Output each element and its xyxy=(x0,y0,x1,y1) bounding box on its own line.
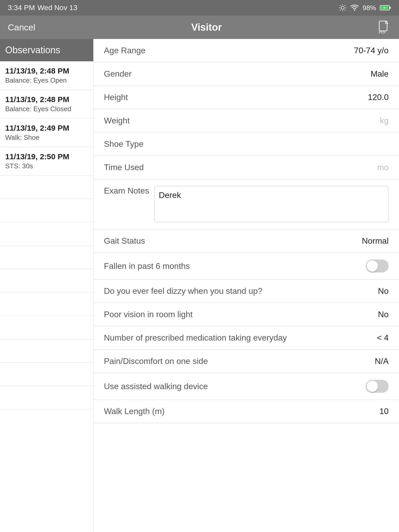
poor-vision-value: No xyxy=(378,310,389,319)
svg-point-9 xyxy=(354,10,355,11)
left-panel: Observations 11/13/19, 2:48 PM Balance: … xyxy=(0,39,94,532)
right-panel: Age Range 70-74 y/o Gender Male Height 1… xyxy=(94,39,399,532)
battery-icon xyxy=(380,5,391,11)
form-row-assisted-walking: Use assisted walking device xyxy=(94,373,399,400)
empty-row-7 xyxy=(0,316,93,339)
dizzy-label: Do you ever feel dizzy when you stand up… xyxy=(104,286,262,296)
age-range-label: Age Range xyxy=(104,46,145,55)
observations-header: Observations xyxy=(0,39,93,61)
form-row-gender: Gender Male xyxy=(94,62,399,86)
svg-line-8 xyxy=(340,10,341,11)
fallen-toggle[interactable] xyxy=(366,260,389,272)
meds-value: < 4 xyxy=(377,333,389,343)
obs-date-1: 11/13/19, 2:48 PM xyxy=(5,95,88,104)
height-label: Height xyxy=(104,92,128,102)
svg-line-5 xyxy=(340,5,341,6)
form-row-gait-status: Gait Status Normal xyxy=(94,229,399,253)
obs-date-0: 11/13/19, 2:48 PM xyxy=(5,66,88,75)
svg-line-6 xyxy=(345,10,345,11)
shoe-type-label: Shoe Type xyxy=(104,139,143,149)
sun-icon xyxy=(339,4,347,12)
pdf-button[interactable]: PDF xyxy=(378,21,391,34)
empty-row-9 xyxy=(0,363,93,386)
form-row-time-used[interactable]: Time Used mo xyxy=(94,156,399,179)
weight-label: Weight xyxy=(104,116,130,125)
empty-row-1 xyxy=(0,176,93,199)
gait-status-value: Normal xyxy=(362,236,389,246)
status-date: Wed Nov 13 xyxy=(37,4,77,12)
status-bar-left: 3:34 PM Wed Nov 13 xyxy=(8,4,77,12)
gender-value: Male xyxy=(371,69,389,79)
obs-label-0: Balance: Eyes Open xyxy=(5,76,88,84)
form-row-fallen: Fallen in past 6 months xyxy=(94,253,399,280)
status-time: 3:34 PM xyxy=(8,4,35,12)
form-row-shoe-type[interactable]: Shoe Type xyxy=(94,132,399,156)
form-row-pain: Pain/Discomfort on one side N/A xyxy=(94,350,399,373)
meds-label: Number of prescribed medication taking e… xyxy=(104,333,287,343)
empty-row-6 xyxy=(0,292,93,316)
observation-item-3[interactable]: 11/13/19, 2:50 PM STS: 30s xyxy=(0,147,93,176)
fallen-label: Fallen in past 6 months xyxy=(104,261,190,271)
gait-status-label: Gait Status xyxy=(104,236,145,246)
battery-level: 98% xyxy=(363,4,376,12)
walk-length-label: Walk Length (m) xyxy=(104,407,165,416)
form-row-height: Height 120.0 xyxy=(94,86,399,109)
svg-line-7 xyxy=(345,5,345,6)
pain-value: N/A xyxy=(375,356,389,366)
wifi-icon xyxy=(350,4,359,11)
pain-label: Pain/Discomfort on one side xyxy=(104,356,208,366)
obs-label-3: STS: 30s xyxy=(5,162,88,170)
assisted-walking-label: Use assisted walking device xyxy=(104,382,208,391)
form-row-walk-length: Walk Length (m) 10 xyxy=(94,400,399,423)
svg-point-0 xyxy=(341,6,344,9)
empty-row-5 xyxy=(0,269,93,292)
exam-notes-input[interactable]: Derek xyxy=(154,186,389,222)
svg-text:PDF: PDF xyxy=(379,30,386,34)
empty-row-8 xyxy=(0,339,93,363)
weight-placeholder: kg xyxy=(380,116,389,125)
cancel-button[interactable]: Cancel xyxy=(8,22,35,32)
observation-item-1[interactable]: 11/13/19, 2:48 PM Balance: Eyes Closed xyxy=(0,90,93,118)
gender-label: Gender xyxy=(104,69,132,79)
svg-rect-12 xyxy=(390,7,391,9)
obs-date-3: 11/13/19, 2:50 PM xyxy=(5,152,88,161)
empty-row-2 xyxy=(0,199,93,222)
observation-item-2[interactable]: 11/13/19, 2:49 PM Walk: Shoe xyxy=(0,118,93,147)
form-row-weight[interactable]: Weight kg xyxy=(94,109,399,132)
page-title: Visitor xyxy=(191,22,222,33)
obs-date-2: 11/13/19, 2:49 PM xyxy=(5,124,88,132)
exam-notes-label: Exam Notes xyxy=(104,186,149,196)
form-row-age-range: Age Range 70-74 y/o xyxy=(94,39,399,62)
assisted-walking-toggle[interactable] xyxy=(366,380,389,393)
empty-row-4 xyxy=(0,246,93,269)
time-used-placeholder: mo xyxy=(377,163,389,172)
obs-label-1: Balance: Eyes Closed xyxy=(5,105,88,113)
status-bar: 3:34 PM Wed Nov 13 98% xyxy=(0,0,399,16)
dizzy-value: No xyxy=(378,286,389,296)
poor-vision-label: Poor vision in room light xyxy=(104,310,192,319)
obs-label-2: Walk: Shoe xyxy=(5,134,88,142)
time-used-label: Time Used xyxy=(104,163,144,172)
form-row-poor-vision: Poor vision in room light No xyxy=(94,303,399,326)
nav-bar: Cancel Visitor PDF xyxy=(0,16,399,39)
form-row-dizzy: Do you ever feel dizzy when you stand up… xyxy=(94,280,399,303)
age-range-value: 70-74 y/o xyxy=(354,46,389,55)
form-row-meds: Number of prescribed medication taking e… xyxy=(94,326,399,350)
form-row-exam-notes: Exam Notes Derek xyxy=(94,179,399,229)
height-value: 120.0 xyxy=(368,92,389,102)
svg-rect-13 xyxy=(379,21,387,31)
empty-row-10 xyxy=(0,386,93,409)
observation-item-0[interactable]: 11/13/19, 2:48 PM Balance: Eyes Open xyxy=(0,61,93,90)
main-layout: Observations 11/13/19, 2:48 PM Balance: … xyxy=(0,39,399,532)
status-bar-right: 98% xyxy=(339,4,391,12)
walk-length-value: 10 xyxy=(379,407,389,416)
empty-row-3 xyxy=(0,222,93,246)
